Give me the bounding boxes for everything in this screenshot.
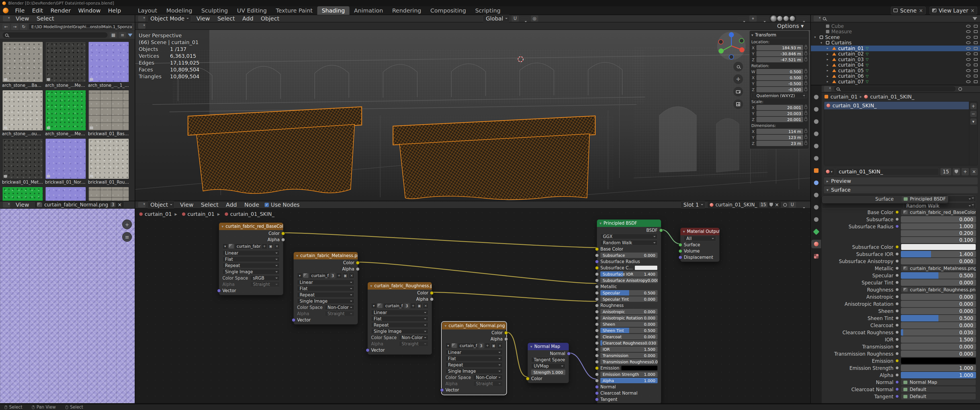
lock-icon[interactable] bbox=[805, 76, 807, 79]
forward-button[interactable]: → bbox=[11, 24, 19, 30]
node-header[interactable]: ▾Material Output bbox=[680, 228, 719, 235]
use-nodes-checkbox[interactable]: ✓Use Nodes bbox=[264, 202, 300, 208]
editor-type-button[interactable] bbox=[3, 16, 10, 21]
bsdf-input-row[interactable]: Specular Specular0.500 bbox=[597, 290, 661, 296]
input-socket[interactable] bbox=[896, 197, 899, 200]
lock-icon[interactable] bbox=[805, 142, 807, 145]
projection-dropdown[interactable]: Flat bbox=[297, 286, 354, 291]
colorspace-dropdown[interactable]: Non-Color bbox=[325, 305, 354, 310]
menu-item[interactable]: Select bbox=[213, 14, 239, 22]
hide-viewport-toggle[interactable] bbox=[966, 64, 970, 66]
image-texture-node[interactable]: ▾curtain_fabric_Normal.png Color Alpha ▾… bbox=[442, 322, 506, 395]
properties-tab[interactable] bbox=[811, 215, 821, 224]
workspace-tab[interactable]: Scripting bbox=[471, 6, 505, 15]
new-material-button[interactable]: + bbox=[961, 168, 969, 175]
outliner-item[interactable]: ▾ Scene bbox=[811, 35, 980, 40]
input-socket[interactable] bbox=[595, 391, 599, 395]
output-input-row[interactable]: Volume bbox=[680, 248, 719, 254]
input-socket[interactable] bbox=[896, 288, 899, 291]
browse-image-button[interactable]: ▾ bbox=[445, 343, 451, 348]
colorspace-dropdown[interactable]: Non-Color bbox=[473, 375, 503, 380]
disable-render-toggle[interactable] bbox=[974, 30, 978, 33]
hide-viewport-toggle[interactable] bbox=[966, 52, 970, 55]
users-count[interactable]: 3 bbox=[110, 202, 116, 207]
bsdf-input-row[interactable]: Clearcoat Roughness Clearcoat Roughness0… bbox=[597, 340, 661, 346]
color-output-socket[interactable] bbox=[282, 232, 285, 235]
breadcrumb-material[interactable]: curtain_01_SKIN_ bbox=[870, 94, 914, 100]
expand-icon[interactable]: ▸ bbox=[827, 46, 830, 50]
mode-dropdown[interactable]: Object Mode bbox=[147, 15, 191, 22]
bsdf-input-row[interactable]: IOR IOR1.500 bbox=[597, 346, 661, 352]
link-value[interactable]: Normal Map bbox=[901, 379, 976, 386]
projection-dropdown[interactable]: Flat bbox=[371, 316, 428, 321]
input-socket[interactable] bbox=[896, 252, 899, 256]
outliner-item[interactable]: ▸ curtain_05 ▽ bbox=[811, 68, 980, 73]
bsdf-input-row[interactable]: Sheen Sheen0.000 bbox=[597, 321, 661, 327]
color-output-socket[interactable] bbox=[504, 331, 508, 335]
menu-item[interactable]: Select bbox=[33, 14, 58, 22]
lock-icon[interactable] bbox=[805, 46, 807, 49]
input-slider[interactable]: Subsurface IOR1.400 bbox=[600, 271, 658, 277]
properties-tab[interactable] bbox=[811, 142, 821, 150]
users-count[interactable]: 15 bbox=[759, 202, 768, 207]
disable-render-toggle[interactable] bbox=[974, 80, 978, 83]
menu-item[interactable]: View bbox=[193, 14, 213, 22]
link-value[interactable]: Default bbox=[901, 386, 976, 393]
item-name[interactable]: Measure bbox=[831, 29, 852, 35]
disable-render-toggle[interactable] bbox=[974, 25, 978, 28]
disable-render-toggle[interactable] bbox=[974, 52, 978, 55]
lock-icon[interactable] bbox=[805, 88, 807, 91]
wireframe-shading-icon[interactable] bbox=[771, 16, 776, 21]
input-socket[interactable] bbox=[896, 245, 899, 249]
browse-material-button[interactable]: ▾ bbox=[824, 168, 834, 175]
lock-icon[interactable] bbox=[805, 106, 807, 109]
source-dropdown[interactable]: Single Image bbox=[297, 299, 354, 304]
vector-fields[interactable]: 1.0000.2000.100 bbox=[901, 223, 976, 243]
disable-render-toggle[interactable] bbox=[974, 69, 978, 72]
input-socket[interactable] bbox=[896, 388, 899, 391]
menu-item[interactable]: Select bbox=[197, 201, 222, 209]
viewport-scene[interactable] bbox=[135, 30, 810, 201]
unlink-material-button[interactable]: × bbox=[970, 168, 978, 175]
input-slider[interactable]: Clearcoat Roughness0.030 bbox=[600, 340, 658, 346]
expand-icon[interactable]: ▸ bbox=[827, 57, 830, 61]
interpolation-dropdown[interactable]: Linear bbox=[445, 350, 503, 355]
item-name[interactable]: curtain_03 bbox=[838, 57, 864, 62]
input-slider[interactable]: Alpha1.000 bbox=[600, 378, 658, 383]
unlink-image-button[interactable]: × bbox=[423, 303, 428, 308]
alpha-mode-dropdown[interactable]: Straight bbox=[473, 381, 503, 386]
image-datablock[interactable]: curtain_fabric_Normal.png 3 × bbox=[35, 201, 124, 208]
bsdf-input-row[interactable]: Emission Emission#000000 bbox=[597, 365, 661, 371]
input-socket[interactable] bbox=[896, 267, 899, 270]
input-color-swatch[interactable] bbox=[635, 265, 658, 270]
file-thumbnail[interactable]: arch_stone_..._1_Normal.png bbox=[88, 41, 130, 89]
vector-input-socket[interactable] bbox=[292, 318, 296, 322]
outliner-item[interactable]: ▸ curtain_03 ▽ bbox=[811, 57, 980, 62]
input-socket[interactable] bbox=[898, 204, 901, 207]
toggle-grid-icon[interactable] bbox=[733, 99, 743, 109]
filter-icon[interactable] bbox=[973, 17, 977, 20]
input-socket[interactable] bbox=[679, 256, 682, 259]
slot-specials-button[interactable]: ▾ bbox=[970, 118, 977, 125]
lock-icon[interactable] bbox=[805, 136, 807, 139]
input-slider[interactable]: Sheen Tint0.500 bbox=[600, 328, 658, 333]
outliner-item[interactable]: ▸ curtain_02 ▽ bbox=[811, 51, 980, 57]
input-socket[interactable] bbox=[896, 259, 899, 263]
rendered-shading-icon[interactable] bbox=[790, 16, 795, 21]
input-socket[interactable] bbox=[896, 395, 899, 398]
file-thumbnail[interactable]: arch_stone_...oughness.png bbox=[2, 90, 44, 137]
users-count[interactable]: 3 bbox=[330, 273, 336, 278]
transform-value-field[interactable]: 184.93 m bbox=[756, 45, 803, 51]
view-layer-selector[interactable]: View Layer × bbox=[929, 6, 977, 14]
new-image-button[interactable]: + bbox=[410, 303, 416, 308]
value-slider[interactable]: 1.500 bbox=[901, 336, 976, 343]
transform-value-field[interactable]: 20.001 bbox=[756, 117, 803, 122]
orientation-dropdown[interactable]: Global bbox=[483, 15, 510, 22]
node-canvas[interactable]: curtain_01curtain_01curtain_01_SKIN_ ▾cu… bbox=[135, 209, 810, 403]
normal-output-socket[interactable] bbox=[567, 352, 571, 355]
properties-tab[interactable] bbox=[811, 117, 821, 126]
file-thumbnail[interactable] bbox=[2, 187, 44, 201]
output-input-row[interactable]: Displacement bbox=[680, 254, 719, 260]
file-thumbnail[interactable]: brickwall_01_Roughness... bbox=[88, 138, 130, 186]
transform-value-field[interactable]: 0.500 bbox=[756, 75, 803, 80]
